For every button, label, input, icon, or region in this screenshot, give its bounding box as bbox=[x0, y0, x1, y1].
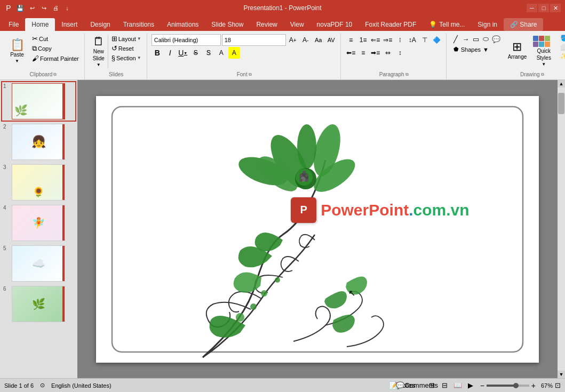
slideshow-button[interactable]: ▶ bbox=[465, 380, 476, 391]
align-text-button[interactable]: ⊤ bbox=[419, 34, 431, 46]
brand-comvn: com.vn bbox=[413, 201, 469, 219]
accessibility-icon[interactable]: ⊙ bbox=[40, 382, 45, 389]
maximize-button[interactable]: □ bbox=[538, 4, 549, 12]
scrollbar-track[interactable] bbox=[558, 87, 565, 371]
paste-button[interactable]: 📋 Paste ▼ bbox=[5, 34, 29, 68]
columns-button[interactable]: ⫶ bbox=[394, 34, 406, 46]
customize-icon[interactable]: ↓ bbox=[63, 4, 71, 12]
bullets-button[interactable]: ≡ bbox=[345, 34, 357, 46]
slide-thumb-1[interactable]: 1 🌿 bbox=[2, 82, 75, 121]
shadow-button[interactable]: S bbox=[203, 47, 214, 59]
slide-thumb-5[interactable]: 5 ☁️ bbox=[2, 244, 75, 283]
tab-signin[interactable]: Sign in bbox=[471, 18, 504, 31]
tab-file[interactable]: File bbox=[2, 18, 25, 31]
italic-button[interactable]: I bbox=[164, 47, 176, 59]
zoom-in-icon[interactable]: + bbox=[531, 381, 536, 390]
increase-indent-button[interactable]: ⇒≡ bbox=[382, 34, 394, 46]
drawing-expand-icon[interactable]: ⧉ bbox=[541, 72, 544, 77]
bold-button[interactable]: B bbox=[152, 47, 163, 59]
scrollbar-up-button[interactable]: ▲ bbox=[558, 80, 565, 87]
font-expand-icon[interactable]: ⧉ bbox=[249, 72, 252, 77]
decrease-indent-button[interactable]: ⇐≡ bbox=[370, 34, 381, 46]
tab-foxit[interactable]: Foxit Reader PDF bbox=[359, 18, 423, 31]
line-spacing-button[interactable]: ↕ bbox=[394, 47, 406, 59]
tab-slideshow[interactable]: Slide Show bbox=[205, 18, 250, 31]
shape-outline-button[interactable]: ⬜ Shape Outline ▼ bbox=[558, 43, 565, 51]
clear-format-button[interactable]: Aa bbox=[313, 34, 324, 46]
comments-button[interactable]: 💬 Comments bbox=[412, 380, 423, 391]
scrollbar-thumb[interactable] bbox=[558, 93, 564, 114]
zoom-thumb[interactable] bbox=[513, 383, 519, 388]
normal-view-button[interactable]: ⊞ bbox=[427, 380, 437, 391]
slide-preview-4: 🧚 bbox=[12, 205, 65, 241]
fontcolor-button[interactable]: A bbox=[216, 47, 227, 59]
shape-arrow[interactable]: → bbox=[461, 34, 471, 44]
zoom-out-icon[interactable]: − bbox=[480, 381, 484, 390]
tab-tellme[interactable]: 💡 Tell me... bbox=[423, 18, 471, 31]
reading-view-button[interactable]: 📖 bbox=[452, 380, 463, 391]
shape-line[interactable]: ╱ bbox=[451, 34, 460, 44]
slide-thumb-6[interactable]: 6 🌿 bbox=[2, 285, 75, 323]
slide-thumb-4[interactable]: 4 🧚 bbox=[2, 204, 75, 242]
underline-button[interactable]: U▼ bbox=[177, 47, 189, 59]
char-spacing-button[interactable]: AV bbox=[325, 34, 337, 46]
shape-callout[interactable]: 💬 bbox=[491, 34, 501, 44]
tab-review[interactable]: Review bbox=[250, 18, 283, 31]
slide-num-5: 5 bbox=[3, 245, 10, 251]
tab-insert[interactable]: Insert bbox=[55, 18, 84, 31]
layout-button[interactable]: ⊞ Layout ▼ bbox=[109, 34, 144, 43]
new-slide-button[interactable]: 🗒 New Slide ▼ bbox=[89, 34, 108, 69]
slide-canvas-area[interactable]: P PowerPoint.com.vn ↖ bbox=[77, 80, 558, 378]
minimize-button[interactable]: ─ bbox=[527, 4, 537, 12]
numbering-button[interactable]: 1≡ bbox=[357, 34, 369, 46]
font-name-input[interactable]: Calibri (Heading) bbox=[152, 34, 221, 46]
fit-slide-icon[interactable]: ⊡ bbox=[555, 381, 561, 389]
copy-icon: ⧉ bbox=[32, 44, 37, 53]
font-size-input[interactable]: 18 bbox=[222, 34, 286, 46]
align-left-button[interactable]: ⬅≡ bbox=[345, 47, 357, 59]
para-expand-icon[interactable]: ⧉ bbox=[405, 72, 409, 77]
shape-effects-button[interactable]: ✨ Shape Effects - bbox=[558, 52, 565, 60]
smartart-button[interactable]: 🔷 bbox=[431, 34, 443, 46]
format-painter-button[interactable]: 🖌 Format Painter bbox=[30, 54, 81, 63]
zoom-area: − + 67% ⊡ bbox=[480, 381, 561, 390]
tab-home[interactable]: Home bbox=[25, 18, 55, 31]
zoom-slider[interactable] bbox=[487, 385, 529, 387]
quickstyles-button[interactable]: Quick Styles ▼ bbox=[530, 34, 557, 68]
highlight-button[interactable]: A bbox=[228, 47, 240, 59]
scrollbar-down-button[interactable]: ▼ bbox=[558, 371, 565, 378]
clipboard-expand-icon[interactable]: ⧉ bbox=[53, 72, 57, 77]
shapes-button[interactable]: ⬟ Shapes ▼ bbox=[451, 45, 504, 54]
tab-share[interactable]: 🔗 Share bbox=[504, 18, 543, 31]
tab-design[interactable]: Design bbox=[84, 18, 116, 31]
save-icon[interactable]: 💾 bbox=[16, 4, 25, 12]
slide-sorter-button[interactable]: ⊟ bbox=[440, 380, 450, 391]
justify-button[interactable]: ⇔ bbox=[382, 47, 394, 59]
tab-animations[interactable]: Animations bbox=[161, 18, 205, 31]
align-right-button[interactable]: ➡≡ bbox=[370, 47, 381, 59]
shape-rect[interactable]: ▭ bbox=[471, 34, 481, 44]
shape-oval[interactable]: ⬭ bbox=[481, 34, 491, 44]
zoom-level[interactable]: 67% bbox=[538, 382, 553, 389]
tab-novapdf[interactable]: novaPDF 10 bbox=[311, 18, 359, 31]
slide-thumb-3[interactable]: 3 🌻 bbox=[2, 163, 75, 202]
para-row2: ⬅≡ ≡ ➡≡ ⇔ ↕ bbox=[345, 47, 406, 59]
align-center-button[interactable]: ≡ bbox=[357, 47, 369, 59]
tab-view[interactable]: View bbox=[284, 18, 311, 31]
arrange-button[interactable]: ⊞ Arrange bbox=[505, 34, 530, 66]
shape-fill-button[interactable]: 🪣 Shape Fill ▼ bbox=[558, 34, 565, 42]
text-direction-button[interactable]: ↕A bbox=[407, 34, 418, 46]
print-icon[interactable]: 🖨 bbox=[51, 4, 60, 12]
close-button[interactable]: ✕ bbox=[550, 4, 561, 12]
cut-button[interactable]: ✂ Cut bbox=[30, 34, 81, 43]
reset-button[interactable]: ↺ Reset bbox=[109, 44, 144, 53]
undo-icon[interactable]: ↩ bbox=[28, 4, 36, 12]
strikethrough-button[interactable]: S bbox=[190, 47, 202, 59]
section-button[interactable]: § Section ▼ bbox=[109, 53, 144, 62]
increase-font-button[interactable]: A+ bbox=[287, 34, 299, 46]
tab-transitions[interactable]: Transitions bbox=[117, 18, 161, 31]
redo-icon[interactable]: ↪ bbox=[39, 4, 48, 12]
slide-thumb-2[interactable]: 2 👧 bbox=[2, 123, 75, 161]
decrease-font-button[interactable]: A- bbox=[300, 34, 312, 46]
copy-button[interactable]: ⧉ Copy bbox=[30, 44, 81, 53]
